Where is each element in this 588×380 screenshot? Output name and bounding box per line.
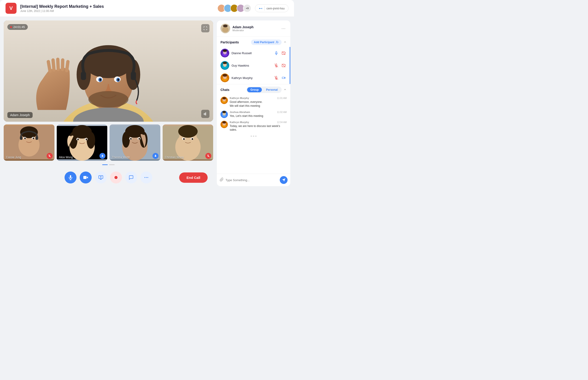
- svg-point-44: [87, 132, 95, 149]
- svg-point-14: [88, 91, 128, 108]
- svg-point-32: [24, 137, 26, 139]
- meeting-info: [Internal] Weekly Report Marketing + Sal…: [20, 4, 214, 13]
- msg-sender-3: Kathryn Murphy: [230, 121, 249, 124]
- msg-sender-1: Kathryn Murphy: [230, 97, 249, 99]
- camera-button[interactable]: [80, 171, 92, 183]
- svg-rect-34: [20, 136, 22, 140]
- svg-line-90: [282, 64, 286, 67]
- add-participant-button[interactable]: Add Participant: [251, 39, 282, 45]
- participants-list: Dianne Russell: [217, 47, 290, 84]
- svg-line-21: [67, 61, 68, 71]
- svg-point-48: [85, 139, 87, 140]
- chat-dot-2: [253, 135, 254, 137]
- thumbnail-theresa[interactable]: Theresa Webb: [110, 124, 160, 161]
- svg-point-76: [223, 25, 228, 27]
- tab-group[interactable]: Group: [247, 87, 262, 92]
- messages-area: Kathryn Murphy 11:01 AM Good afternoon, …: [217, 95, 290, 173]
- svg-point-65: [183, 138, 185, 140]
- chats-collapse-button[interactable]: [283, 88, 287, 92]
- svg-point-53: [122, 132, 130, 148]
- msg-text-1: Good afternoon, everyone.: [230, 100, 287, 104]
- participant-name-kathryn: Kathryn Murphy: [232, 76, 271, 80]
- msg-sender-2: Joshua Abraham: [230, 111, 250, 114]
- controls-bar: End Call: [4, 169, 213, 186]
- participants-collapse-button[interactable]: [283, 40, 287, 44]
- chats-section: Chats Group Personal: [217, 84, 290, 186]
- scroll-dot-2: [109, 164, 115, 165]
- video-icon-kathryn: [281, 75, 287, 81]
- message-3: Kathryn Murphy 12:04 AM Today, we are he…: [220, 121, 287, 132]
- chat-button[interactable]: [125, 171, 137, 183]
- msg-avatar-joshua: [220, 111, 228, 118]
- mic-icon-guy: [273, 62, 279, 68]
- avatar-more: +9: [243, 4, 251, 12]
- svg-rect-96: [282, 77, 284, 79]
- moderator-avatar: [220, 24, 230, 33]
- more-button[interactable]: [140, 171, 152, 183]
- svg-rect-23: [204, 114, 204, 115]
- participant-icons-guy: [273, 62, 287, 68]
- message-1: Kathryn Murphy 11:01 AM Good afternoon, …: [220, 97, 287, 108]
- svg-point-33: [33, 137, 34, 139]
- participant-icons-kathryn: [273, 75, 287, 81]
- attach-button[interactable]: [220, 177, 224, 183]
- mic-icon-kathryn: [273, 75, 279, 81]
- svg-point-108: [222, 121, 226, 124]
- thumbnail-christian[interactable]: Christian Wong: [163, 124, 213, 161]
- svg-line-17: [48, 61, 50, 71]
- main-video: 24:01:45 Adam Joseph: [4, 20, 213, 122]
- recording-time: 24:01:45: [13, 25, 25, 29]
- record-button[interactable]: [110, 171, 122, 183]
- panel-more-button[interactable]: ⋯: [280, 25, 287, 32]
- meeting-link-badge[interactable]: ⊷ cem-jnmt-hsu: [255, 4, 289, 12]
- app-logo: V: [5, 3, 17, 14]
- participant-icons-dianne: [273, 50, 287, 56]
- svg-rect-24: [205, 113, 205, 115]
- msg-header-3: Kathryn Murphy 12:04 AM: [230, 121, 287, 124]
- svg-rect-25: [206, 112, 206, 115]
- svg-point-57: [130, 138, 132, 140]
- thumbnail-alice[interactable]: Alice Wong: [57, 124, 107, 161]
- thumb-mic-alice: [99, 153, 105, 159]
- svg-line-19: [58, 59, 58, 69]
- svg-rect-15: [81, 72, 86, 80]
- mic-button[interactable]: [64, 171, 77, 183]
- moderator-name: Adam Joseph: [233, 25, 278, 29]
- scroll-dot-1: [102, 164, 108, 165]
- end-call-button[interactable]: End Call: [179, 172, 208, 183]
- participants-section-header: Participants Add Participant: [217, 37, 290, 47]
- svg-point-83: [223, 50, 227, 52]
- chat-input-area: [217, 173, 290, 186]
- thumbnail-cassie[interactable]: Cassie Jung: [4, 124, 55, 161]
- chat-input-field[interactable]: [226, 178, 278, 182]
- svg-rect-35: [36, 136, 38, 140]
- chats-header: Chats Group Personal: [217, 84, 290, 95]
- send-button[interactable]: [280, 176, 288, 184]
- msg-time-3: 12:04 AM: [277, 121, 287, 124]
- chat-pagination-dots: [220, 134, 287, 138]
- participant-avatar-guy: [220, 61, 229, 70]
- recording-dot: [10, 26, 12, 28]
- thumb-name-cassie: Cassie Jung: [6, 156, 21, 159]
- participant-name-guy: Guy Hawkins: [232, 64, 271, 67]
- msg-content-3: Kathryn Murphy 12:04 AM Today, we are he…: [230, 121, 287, 132]
- panel-header: Adam Joseph Moderator ⋯: [217, 20, 290, 37]
- svg-point-104: [222, 111, 226, 113]
- svg-point-94: [223, 74, 227, 77]
- mic-icon-dianne: [273, 50, 279, 56]
- svg-point-88: [223, 62, 227, 64]
- thumb-name-theresa: Theresa Webb: [112, 156, 130, 159]
- svg-point-71: [146, 177, 147, 178]
- blue-accent-line: [290, 47, 290, 84]
- svg-rect-68: [83, 176, 87, 179]
- link-icon: ⊷: [259, 6, 263, 11]
- video-icon-dianne: [281, 50, 287, 56]
- video-area: 24:01:45 Adam Joseph: [4, 20, 213, 186]
- thumb-name-alice: Alice Wong: [59, 156, 73, 159]
- share-button[interactable]: [95, 171, 107, 183]
- fullscreen-button[interactable]: [201, 24, 210, 32]
- speaker-indicator: [201, 110, 210, 118]
- msg-content-2: Joshua Abraham 11:02 AM Yes, Let's start…: [230, 111, 287, 118]
- msg-content-1: Kathryn Murphy 11:01 AM Good afternoon, …: [230, 97, 287, 108]
- tab-personal[interactable]: Personal: [263, 87, 281, 92]
